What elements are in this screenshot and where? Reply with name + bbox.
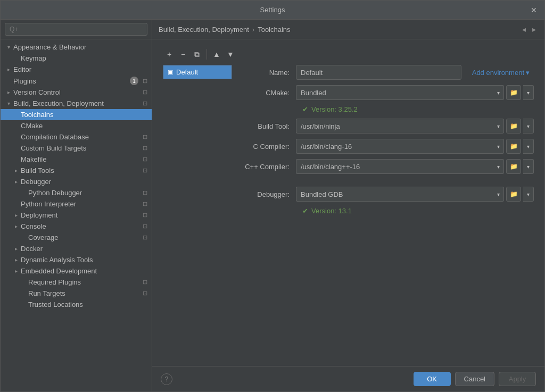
close-button[interactable]: ✕	[530, 6, 538, 14]
cpp-compiler-input[interactable]	[296, 159, 493, 174]
search-box	[1, 20, 152, 39]
help-button[interactable]: ?	[161, 373, 172, 385]
add-environment-button[interactable]: Add environment ▾	[468, 66, 534, 79]
debugger-dropdown-wrap: ▾	[296, 187, 504, 202]
debugger-version-row: ✔ Version: 13.1	[232, 207, 534, 215]
ok-button[interactable]: OK	[414, 372, 451, 386]
name-label: Name:	[232, 69, 296, 77]
sidebar-item-label: Keymap	[21, 54, 147, 62]
sidebar-item-docker[interactable]: Docker	[1, 243, 152, 254]
build-tool-dropdown-button[interactable]: ▾	[493, 119, 504, 134]
sidebar-item-python-interpreter[interactable]: Python Interpreter ⊡	[1, 198, 152, 210]
sidebar-item-keymap[interactable]: Keymap	[1, 53, 152, 64]
debugger-label: Debugger:	[232, 190, 296, 198]
sidebar-item-label: Console	[21, 222, 141, 230]
move-up-button[interactable]: ▲	[210, 48, 223, 61]
cmake-options-button[interactable]: ▾	[523, 85, 534, 100]
sidebar-item-appearance[interactable]: Appearance & Behavior	[1, 41, 152, 53]
build-tool-options-button[interactable]: ▾	[523, 119, 534, 134]
c-compiler-input[interactable]	[296, 139, 493, 154]
sidebar-item-custom-build-targets[interactable]: Custom Build Targets ⊡	[1, 143, 152, 154]
sidebar-item-compilation-db[interactable]: Compilation Database ⊡	[1, 131, 152, 143]
cmake-dropdown-button[interactable]: ▾	[493, 85, 504, 100]
expand-arrow	[5, 100, 12, 107]
toolchain-form-row: ▣ Default Name:	[163, 65, 534, 220]
sidebar-item-build-exec-deploy[interactable]: Build, Execution, Deployment ⊡	[1, 98, 152, 109]
sidebar-item-dynamic-analysis[interactable]: Dynamic Analysis Tools	[1, 254, 152, 265]
cpp-compiler-dropdown-wrap: ▾	[296, 159, 504, 174]
sidebar-item-label: Python Debugger	[28, 189, 141, 197]
name-input[interactable]	[296, 65, 461, 80]
sidebar-item-plugins[interactable]: Plugins 1 ⊡	[1, 75, 152, 87]
cpp-compiler-browse-button[interactable]: 📁	[506, 159, 521, 174]
cpp-compiler-input-wrap: ▾ 📁 ▾	[296, 159, 534, 174]
sidebar-item-run-targets[interactable]: Run Targets ⊡	[1, 288, 152, 299]
expand-arrow	[12, 268, 20, 275]
add-env-arrow: ▾	[526, 69, 530, 77]
sidebar-item-version-control[interactable]: Version Control ⊡	[1, 87, 152, 98]
apply-button[interactable]: Apply	[499, 372, 536, 386]
sidebar-item-console[interactable]: Console ⊡	[1, 221, 152, 232]
sidebar-item-deployment[interactable]: Deployment ⊡	[1, 210, 152, 221]
debugger-browse-button[interactable]: 📁	[506, 187, 521, 202]
move-down-button[interactable]: ▼	[224, 48, 237, 61]
sidebar-item-label: Makefile	[21, 155, 141, 163]
sidebar-item-cmake[interactable]: CMake	[1, 120, 152, 131]
sidebar-item-embedded-dev[interactable]: Embedded Development	[1, 265, 152, 277]
ext-icon: ⊡	[143, 234, 147, 241]
sidebar-item-label: Deployment	[21, 211, 141, 219]
ext-icon: ⊡	[143, 223, 147, 230]
sidebar-item-label: Debugger	[21, 178, 147, 186]
sidebar-item-label: Version Control	[13, 88, 141, 96]
ext-icon: ⊡	[143, 100, 147, 107]
breadcrumb-parent: Build, Execution, Deployment	[159, 26, 249, 34]
cmake-browse-button[interactable]: 📁	[506, 85, 521, 100]
sidebar-item-editor[interactable]: Editor	[1, 64, 152, 75]
sidebar-item-debugger[interactable]: Debugger	[1, 176, 152, 187]
c-compiler-input-wrap: ▾ 📁 ▾	[296, 139, 534, 154]
build-tool-browse-button[interactable]: 📁	[506, 119, 521, 134]
c-compiler-browse-button[interactable]: 📁	[506, 139, 521, 154]
cmake-input[interactable]	[296, 85, 493, 100]
build-tool-input[interactable]	[296, 119, 493, 134]
ext-icon: ⊡	[143, 134, 147, 140]
cpp-compiler-options-button[interactable]: ▾	[523, 159, 534, 174]
form-row-cmake: CMake: ▾ 📁 ▾	[232, 85, 534, 100]
remove-toolchain-button[interactable]: −	[177, 48, 189, 61]
expand-arrow	[12, 223, 20, 230]
expand-arrow	[5, 89, 12, 96]
sidebar-item-python-debugger[interactable]: Python Debugger ⊡	[1, 187, 152, 198]
ext-icon: ⊡	[143, 201, 147, 207]
sidebar-item-label: Dynamic Analysis Tools	[21, 256, 147, 264]
sidebar-item-toolchains[interactable]: Toolchains	[1, 109, 152, 120]
copy-toolchain-button[interactable]: ⧉	[191, 48, 203, 61]
toolchain-item-default[interactable]: ▣ Default	[163, 65, 232, 79]
debugger-input[interactable]	[296, 187, 493, 202]
breadcrumb-bar: Build, Execution, Deployment › Toolchain…	[152, 20, 544, 39]
debugger-dropdown-button[interactable]: ▾	[493, 187, 504, 202]
ext-icon: ⊡	[143, 145, 147, 152]
sidebar-item-trusted-locations[interactable]: Trusted Locations	[1, 299, 152, 310]
form-row-debugger: Debugger: ▾ 📁 ▾	[232, 187, 534, 202]
add-toolchain-button[interactable]: +	[163, 48, 176, 61]
ext-icon: ⊡	[143, 279, 147, 286]
sidebar-item-makefile[interactable]: Makefile ⊡	[1, 154, 152, 165]
main-panel: Build, Execution, Deployment › Toolchain…	[152, 20, 544, 391]
cancel-button[interactable]: Cancel	[455, 372, 494, 386]
sidebar-item-coverage[interactable]: Coverage ⊡	[1, 232, 152, 243]
form-row-build-tool: Build Tool: ▾ 📁 ▾	[232, 119, 534, 134]
debugger-options-button[interactable]: ▾	[523, 187, 534, 202]
ext-icon: ⊡	[143, 212, 147, 219]
sidebar-item-required-plugins[interactable]: Required Plugins ⊡	[1, 277, 152, 288]
sidebar-item-build-tools[interactable]: Build Tools ⊡	[1, 165, 152, 176]
back-button[interactable]: ◂	[520, 24, 528, 35]
sidebar-item-label: Compilation Database	[21, 133, 141, 141]
c-compiler-options-button[interactable]: ▾	[523, 139, 534, 154]
cpp-compiler-dropdown-button[interactable]: ▾	[493, 159, 504, 174]
cmake-dropdown-wrap: ▾	[296, 85, 504, 100]
forward-button[interactable]: ▸	[530, 24, 538, 35]
ext-icon: ⊡	[143, 156, 147, 163]
c-compiler-dropdown-button[interactable]: ▾	[493, 139, 504, 154]
sidebar-item-label: Docker	[21, 245, 147, 253]
search-input[interactable]	[5, 23, 147, 36]
